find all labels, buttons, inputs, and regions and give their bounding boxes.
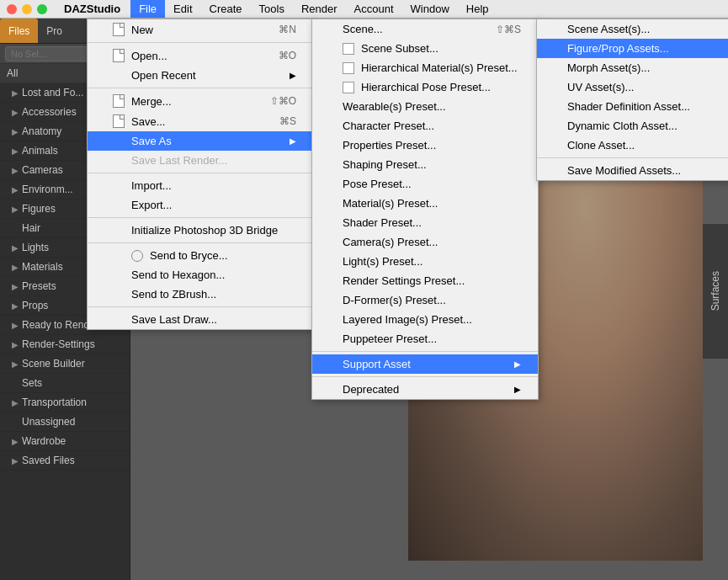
saveas-scene-subset[interactable]: Scene Subset...	[312, 39, 538, 58]
support-morph[interactable]: Morph Asset(s)...	[537, 58, 728, 77]
saveas-shader[interactable]: Shader Preset...	[312, 213, 538, 232]
saveas-pose[interactable]: Pose Preset...	[312, 174, 538, 194]
saveas-render-settings[interactable]: Render Settings Preset...	[312, 271, 538, 290]
saveas-scene[interactable]: Scene... ⇧⌘S	[312, 19, 538, 39]
menu-help[interactable]: Help	[458, 0, 497, 18]
saveas-deprecated[interactable]: Deprecated ▶	[312, 380, 538, 399]
close-button[interactable]	[7, 4, 17, 14]
menu-edit[interactable]: Edit	[165, 0, 200, 18]
menu-item-save-as[interactable]: Save As ▶	[88, 131, 313, 151]
menu-item-open-recent[interactable]: Open Recent ▶	[88, 66, 313, 85]
list-item[interactable]: ▶Saved Files	[0, 451, 130, 471]
traffic-lights	[0, 4, 54, 14]
menu-item-merge[interactable]: Merge... ⇧⌘O	[88, 91, 313, 111]
support-clone[interactable]: Clone Asset...	[537, 136, 728, 155]
saveas-dformer[interactable]: D-Former(s) Preset...	[312, 290, 538, 310]
support-uv[interactable]: UV Asset(s)...	[537, 77, 728, 97]
app-name[interactable]: DAZStudio	[54, 0, 130, 18]
save-as-submenu: Scene... ⇧⌘S Scene Subset... Hierarchica…	[311, 19, 539, 400]
support-dynamic-cloth[interactable]: Dynamic Cloth Asset...	[537, 116, 728, 136]
menu-item-zbrush[interactable]: Send to ZBrush...	[88, 285, 313, 304]
menu-item-save[interactable]: Save... ⌘S	[88, 111, 313, 131]
saveas-shaping[interactable]: Shaping Preset...	[312, 155, 538, 174]
app-window: DAZStudio File Edit Create Tools Render …	[0, 0, 728, 580]
sidebar-tab-files[interactable]: Files	[0, 19, 38, 43]
menu-item-import[interactable]: Import...	[88, 176, 313, 195]
menu-item-hexagon[interactable]: Send to Hexagon...	[88, 265, 313, 285]
menu-item-bryce[interactable]: Send to Bryce...	[88, 246, 313, 265]
saveas-puppeteer[interactable]: Puppeteer Preset...	[312, 329, 538, 349]
saveas-camera[interactable]: Camera(s) Preset...	[312, 232, 538, 252]
support-scene-assets[interactable]: Scene Asset(s)...	[537, 19, 728, 39]
menu-file[interactable]: File	[130, 0, 165, 18]
saveas-layered-image[interactable]: Layered Image(s) Preset...	[312, 310, 538, 329]
file-menu-dropdown: New ⌘N Open... ⌘O Open Recent ▶ Merge...…	[87, 19, 314, 330]
list-item[interactable]: ▶Render-Settings	[0, 335, 130, 354]
list-item[interactable]: ▶Unassigned	[0, 412, 130, 432]
minimize-button[interactable]	[22, 4, 32, 14]
fullscreen-button[interactable]	[37, 4, 47, 14]
saveas-support-asset[interactable]: Support Asset ▶	[312, 354, 538, 374]
saveas-properties[interactable]: Properties Preset...	[312, 136, 538, 155]
saveas-material[interactable]: Material(s) Preset...	[312, 194, 538, 213]
menu-item-export[interactable]: Export...	[88, 195, 313, 215]
menu-item-new[interactable]: New ⌘N	[88, 19, 313, 40]
list-item[interactable]: ▶Sets	[0, 374, 130, 393]
menu-item-photoshop[interactable]: Initialize Photoshop 3D Bridge	[88, 221, 313, 240]
menu-render[interactable]: Render	[293, 0, 346, 18]
list-item[interactable]: ▶Transportation	[0, 393, 130, 412]
saveas-light[interactable]: Light(s) Preset...	[312, 252, 538, 271]
menu-create[interactable]: Create	[201, 0, 251, 18]
support-asset-submenu: Scene Asset(s)... Figure/Prop Assets... …	[536, 19, 728, 181]
support-save-modified[interactable]: Save Modified Assets...	[537, 161, 728, 180]
menu-window[interactable]: Window	[402, 0, 458, 18]
surfaces-panel[interactable]: Surfaces	[703, 224, 728, 359]
saveas-wearable[interactable]: Wearable(s) Preset...	[312, 97, 538, 116]
support-shader-definition[interactable]: Shader Definition Asset...	[537, 97, 728, 116]
list-item[interactable]: ▶Scene Builder	[0, 354, 130, 374]
menu-item-save-last-render: Save Last Render...	[88, 151, 313, 170]
list-item[interactable]: ▶Wardrobe	[0, 432, 130, 451]
saveas-hierarchical-pose[interactable]: Hierarchical Pose Preset...	[312, 77, 538, 97]
saveas-hierarchical-material[interactable]: Hierarchical Material(s) Preset...	[312, 58, 538, 77]
menu-tools[interactable]: Tools	[251, 0, 293, 18]
menu-account[interactable]: Account	[346, 0, 402, 18]
surfaces-label: Surfaces	[709, 271, 721, 311]
menu-item-save-last-draw[interactable]: Save Last Draw...	[88, 310, 313, 329]
menu-item-open[interactable]: Open... ⌘O	[88, 45, 313, 66]
saveas-character[interactable]: Character Preset...	[312, 116, 538, 136]
support-figure-prop[interactable]: Figure/Prop Assets...	[537, 39, 728, 58]
sidebar-tab-pro[interactable]: Pro	[38, 19, 71, 43]
menu-bar: DAZStudio File Edit Create Tools Render …	[0, 0, 728, 19]
